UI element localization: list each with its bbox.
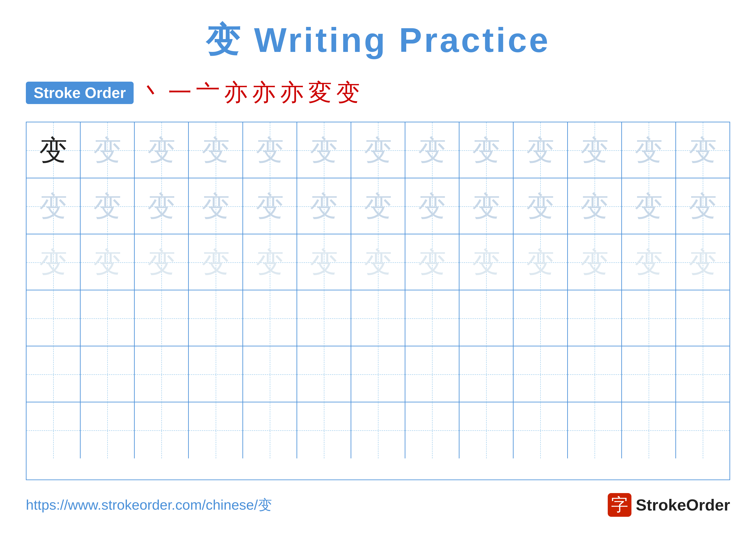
grid-cell[interactable] [568, 402, 622, 458]
grid-cell[interactable]: 变 [622, 234, 676, 291]
grid-cell[interactable] [405, 291, 459, 346]
grid-cell[interactable] [189, 346, 243, 402]
grid-cell[interactable] [297, 402, 351, 458]
grid-row-6 [27, 402, 729, 458]
grid-cell[interactable]: 变 [135, 178, 189, 234]
practice-char-light: 变 [202, 136, 230, 165]
grid-cell[interactable] [297, 291, 351, 346]
grid-cell[interactable]: 变 [514, 234, 568, 291]
grid-cell[interactable]: 变 [297, 234, 351, 291]
grid-cell[interactable] [676, 346, 729, 402]
grid-cell[interactable] [676, 291, 729, 346]
grid-cell[interactable] [189, 402, 243, 458]
grid-cell[interactable] [135, 346, 189, 402]
grid-cell[interactable]: 变 [568, 122, 622, 178]
logo-icon: 字 [608, 493, 632, 517]
grid-cell[interactable] [405, 402, 459, 458]
grid-cell[interactable]: 变 [189, 178, 243, 234]
footer-url[interactable]: https://www.strokeorder.com/chinese/变 [26, 496, 272, 514]
practice-char-light: 变 [364, 192, 392, 220]
grid-cell[interactable]: 变 [622, 178, 676, 234]
practice-char-light: 变 [526, 192, 554, 220]
grid-cell[interactable] [459, 346, 514, 402]
grid-cell[interactable] [351, 402, 405, 458]
grid-cell[interactable] [135, 402, 189, 458]
grid-cell[interactable]: 变 [459, 234, 514, 291]
grid-cell[interactable] [622, 291, 676, 346]
practice-char-vlight: 变 [93, 248, 121, 276]
grid-cell[interactable]: 变 [405, 178, 459, 234]
grid-cell[interactable]: 变 [351, 234, 405, 291]
grid-cell[interactable]: 变 [351, 178, 405, 234]
practice-char-light: 变 [256, 136, 284, 165]
grid-cell[interactable]: 变 [189, 122, 243, 178]
grid-row-2: 变 变 变 变 变 变 变 变 变 变 变 变 变 [27, 178, 729, 234]
grid-cell[interactable]: 变 [243, 234, 297, 291]
grid-cell[interactable] [676, 402, 729, 458]
grid-cell[interactable]: 变 [568, 234, 622, 291]
grid-cell[interactable] [243, 291, 297, 346]
grid-cell[interactable]: 变 [514, 178, 568, 234]
grid-cell[interactable] [459, 291, 514, 346]
grid-cell[interactable] [189, 291, 243, 346]
grid-cell[interactable] [351, 346, 405, 402]
stroke-order-row: Stroke Order 丶 一 亠 亦 亦 亦 変 变 [26, 77, 730, 109]
grid-cell[interactable]: 变 [514, 122, 568, 178]
practice-char-light: 变 [689, 136, 717, 165]
grid-cell[interactable] [297, 346, 351, 402]
grid-cell[interactable]: 变 [27, 178, 81, 234]
practice-char-light: 变 [148, 192, 176, 220]
grid-cell[interactable] [27, 291, 81, 346]
grid-cell[interactable]: 变 [135, 234, 189, 291]
grid-cell[interactable]: 变 [81, 234, 135, 291]
grid-cell[interactable] [459, 402, 514, 458]
grid-cell[interactable] [622, 346, 676, 402]
grid-cell[interactable] [405, 346, 459, 402]
grid-cell[interactable]: 变 [676, 122, 729, 178]
practice-char-light: 变 [202, 192, 230, 220]
grid-cell[interactable] [514, 291, 568, 346]
practice-char-vlight: 变 [472, 248, 500, 276]
grid-cell[interactable]: 变 [676, 234, 729, 291]
grid-cell[interactable]: 变 [676, 178, 729, 234]
grid-cell[interactable]: 变 [351, 122, 405, 178]
grid-cell[interactable]: 变 [297, 178, 351, 234]
grid-cell[interactable]: 变 [27, 122, 81, 178]
stroke-8: 变 [336, 77, 360, 109]
grid-cell[interactable]: 变 [459, 178, 514, 234]
grid-row-4 [27, 291, 729, 346]
grid-cell[interactable]: 变 [81, 178, 135, 234]
grid-cell[interactable] [135, 291, 189, 346]
grid-cell[interactable] [514, 346, 568, 402]
grid-cell[interactable]: 变 [405, 234, 459, 291]
grid-cell[interactable] [81, 402, 135, 458]
grid-cell[interactable]: 变 [243, 122, 297, 178]
grid-cell[interactable]: 变 [405, 122, 459, 178]
grid-cell[interactable] [351, 291, 405, 346]
grid-cell[interactable] [243, 402, 297, 458]
grid-cell[interactable]: 变 [297, 122, 351, 178]
grid-cell[interactable] [27, 346, 81, 402]
grid-cell[interactable] [514, 402, 568, 458]
grid-cell[interactable] [568, 291, 622, 346]
grid-cell[interactable] [81, 346, 135, 402]
grid-cell[interactable]: 变 [189, 234, 243, 291]
practice-char-light: 变 [256, 192, 284, 220]
grid-cell[interactable] [622, 402, 676, 458]
grid-row-3: 变 变 变 变 变 变 变 变 变 变 变 变 变 [27, 234, 729, 291]
grid-cell[interactable]: 变 [81, 122, 135, 178]
footer: https://www.strokeorder.com/chinese/变 字 … [26, 493, 730, 517]
practice-char-light: 变 [635, 136, 663, 165]
grid-row-1: 变 变 变 变 变 变 变 变 变 变 变 变 变 [27, 122, 729, 178]
grid-cell[interactable] [27, 402, 81, 458]
grid-cell[interactable]: 变 [459, 122, 514, 178]
grid-cell[interactable]: 变 [622, 122, 676, 178]
grid-cell[interactable] [81, 291, 135, 346]
grid-cell[interactable] [568, 346, 622, 402]
grid-cell[interactable]: 变 [568, 178, 622, 234]
grid-cell[interactable] [243, 346, 297, 402]
grid-cell[interactable]: 变 [243, 178, 297, 234]
practice-char-light: 变 [39, 192, 67, 220]
grid-cell[interactable]: 变 [27, 234, 81, 291]
grid-cell[interactable]: 变 [135, 122, 189, 178]
